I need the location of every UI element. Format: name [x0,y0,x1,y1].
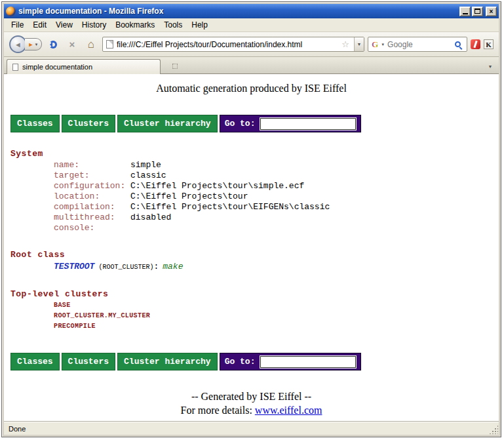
menu-help[interactable]: Help [187,19,212,31]
menu-history[interactable]: History [77,19,111,31]
system-row: name:simple [54,160,492,170]
cluster-link[interactable]: ROOT_CLUSTER.MY_CLUSTER [54,311,492,321]
search-input[interactable] [387,40,452,49]
system-row-value: classic [130,170,166,180]
system-row: target:classic [54,170,492,181]
menu-tools[interactable]: Tools [159,19,187,31]
menu-bar: File Edit View History Bookmarks Tools H… [4,18,499,32]
goto-label: Go to: [225,357,256,367]
tab-label: simple documentation [22,63,92,71]
forward-button[interactable]: ►▼ [25,38,42,50]
top-clusters-list: BASE ROOT_CLUSTER.MY_CLUSTER PRECOMPILE [10,300,492,332]
clusters-button[interactable]: Clusters [62,353,115,370]
system-row: compilation:C:\Eiffel Projects\tour\EIFG… [54,202,492,212]
firefox-icon[interactable] [6,7,16,16]
page-title: Automatic generation produced by ISE Eif… [10,83,492,94]
doc-navbar-bottom: Classes Clusters Cluster hierarchy Go to… [10,353,492,370]
window-title: simple documentation - Mozilla Firefox [18,7,458,16]
page-content: Automatic generation produced by ISE Eif… [4,74,499,422]
back-button[interactable]: ◄ [9,35,27,53]
root-colon: : [153,262,159,271]
title-bar: simple documentation - Mozilla Firefox × [4,4,499,18]
goto-cell: Go to: [220,353,362,370]
system-row-value: C:\Eiffel Projects\tour\EIFGENs\classic [130,202,330,212]
site-identity-icon[interactable] [106,40,113,49]
menu-file[interactable]: File [7,19,28,31]
history-dropdown-icon[interactable]: ▼ [34,43,38,47]
url-dropdown-button[interactable]: ▼ [354,37,364,51]
minimize-button[interactable] [459,7,471,16]
eiffel-link[interactable]: www.eiffel.com [255,405,322,416]
menu-bookmarks[interactable]: Bookmarks [111,19,159,31]
cluster-link[interactable]: BASE [54,300,492,311]
system-row-label: compilation: [54,202,125,212]
search-engine-dropdown-icon[interactable]: ▼ [381,43,385,47]
url-dropdown-icon: ▼ [357,42,362,47]
system-heading: System [10,149,492,159]
reload-icon [49,41,57,49]
top-clusters-heading: Top-level clusters [10,289,492,299]
maximize-button[interactable] [472,7,483,16]
forward-icon: ► [28,41,34,48]
root-class-line: TESTROOT(ROOT_CLUSTER):make [54,261,492,273]
status-bar: Done [4,422,499,435]
doc-navbar-top: Classes Clusters Cluster hierarchy Go to… [10,115,492,132]
new-tab-button[interactable] [170,61,180,71]
system-row: multithread:disabled [54,212,492,223]
addon-red-icon[interactable] [471,39,480,49]
goto-input[interactable] [260,118,356,130]
cluster-hierarchy-button[interactable]: Cluster hierarchy [117,353,218,370]
reload-button[interactable] [45,37,61,52]
browser-window: simple documentation - Mozilla Firefox ×… [1,1,501,437]
goto-label: Go to: [225,119,256,129]
close-button[interactable]: × [486,7,497,16]
classes-button[interactable]: Classes [10,115,60,132]
addon-k-icon[interactable]: K [484,39,494,49]
cluster-hierarchy-button[interactable]: Cluster hierarchy [117,115,218,132]
system-row-label: name: [54,160,125,170]
stop-icon: × [69,39,75,50]
url-input[interactable] [117,40,337,49]
minimize-icon [463,13,468,14]
root-feature-link[interactable]: make [163,262,183,271]
new-tab-icon [172,64,178,69]
system-row-label: console: [54,223,125,233]
back-forward-group: ◄ ►▼ [9,35,42,53]
bookmark-star-icon[interactable]: ☆ [340,39,351,49]
search-bar: G ▼ [368,37,467,52]
tab-simple-documentation[interactable]: simple documentation [7,59,161,74]
list-all-tabs-icon: ▼ [488,64,493,69]
goto-input[interactable] [260,356,356,368]
system-row-label: location: [54,191,125,202]
system-row-value: simple [130,160,161,170]
address-bar: ☆ ▼ [102,37,364,52]
document: Automatic generation produced by ISE Eif… [4,74,499,416]
system-row-value: C:\Eiffel Projects\tour [130,191,248,201]
close-icon: × [490,8,494,15]
root-class-heading: Root class [10,250,492,260]
menu-view[interactable]: View [51,19,77,31]
classes-button[interactable]: Classes [10,353,60,370]
clusters-button[interactable]: Clusters [62,115,115,132]
home-icon: ⌂ [88,38,94,51]
system-row-label: multithread: [54,212,125,223]
system-row: configuration:C:\Eiffel Projects\tour\si… [54,181,492,191]
root-class-link[interactable]: TESTROOT [54,262,94,271]
tab-page-icon [12,64,18,71]
back-icon: ◄ [14,41,22,49]
search-magnifier-icon[interactable] [455,41,461,47]
system-row-label: target: [54,170,125,181]
generated-by-line: -- Generated by ISE Eiffel -- [10,391,492,403]
root-cluster-name: (ROOT_CLUSTER) [98,264,153,271]
system-row-value: disabled [130,212,171,222]
home-button[interactable]: ⌂ [83,37,99,52]
list-all-tabs-button[interactable]: ▼ [484,60,496,72]
menu-edit[interactable]: Edit [28,19,51,31]
cluster-link[interactable]: PRECOMPILE [54,321,492,332]
system-rows: name:simple target:classic configuration… [10,160,492,233]
nav-toolbar: ◄ ►▼ × ⌂ ☆ ▼ G ▼ K [4,32,499,57]
resize-grip[interactable] [489,425,498,434]
system-row: console: [54,223,492,233]
stop-button[interactable]: × [64,37,80,52]
system-row-label: configuration: [54,181,125,191]
